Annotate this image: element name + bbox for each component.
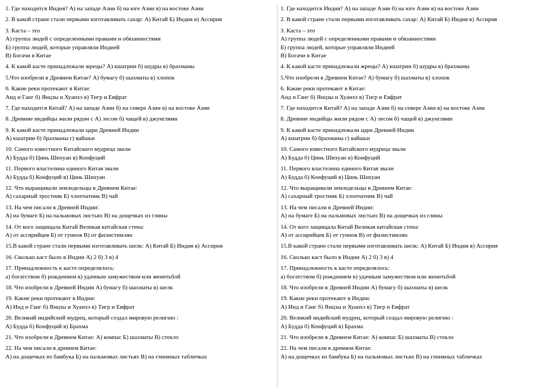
question-6: 6. Какие реки протекают в Китае:Анд и Га… [281,84,549,101]
question-21: 21. Что изобрели в Древнем Китае: А) ком… [281,333,549,341]
question-19-line-0: 19. Какие реки протекают в Индии: [5,294,274,302]
question-17-line-0: 17. Принадлежность к касте определялось: [281,264,549,272]
question-3-line-2: Б) группа людей, которые управляли Индие… [281,43,549,51]
question-9: 9. К какой касте принадлежали цари Древн… [5,126,274,143]
question-21: 21. Что изобрели в Древнем Китае: А) ком… [5,333,274,341]
question-3-line-3: В) Богачи в Китае [281,51,549,59]
question-12-line-0: 12. Что выращивали земледельцы в Древнем… [5,184,274,192]
question-19: 19. Какие реки протекают в Индии:А) Инд … [281,294,549,311]
question-1-line-0: 1. Где находится Индия? А) на западе Ази… [5,4,274,12]
question-11-line-0: 11. Первого властелина единого Китая зва… [5,164,274,172]
question-3-line-3: В) Богачи в Китае [5,51,274,59]
question-8-line-0: 8. Древние индийцы жили рядом с А) лесом… [5,115,274,123]
question-13-line-1: А) на бумаге Б) на пальмовых листьях В) … [5,211,274,220]
question-4-line-0: 4. К какой касте принадлежали жрецы? А) … [281,62,549,70]
question-11-line-0: 11. Первого властелина единого Китая зва… [281,164,549,172]
question-17: 17. Принадлежность к касте определялось:… [281,264,549,281]
question-19-line-0: 19. Какие реки протекают в Индии: [281,294,549,302]
question-3-line-0: 3. Каста – это [5,26,274,35]
question-14-line-0: 14. От кого защищала Китай Великая китай… [281,223,549,231]
question-4-line-0: 4. К какой касте принадлежали жрецы? А) … [5,62,274,70]
question-15-line-0: 15.В какой стране стали первыми изготавл… [5,242,274,250]
question-3-line-0: 3. Каста – это [281,26,549,35]
question-10: 10. Самого известного Китайского мудреца… [281,145,549,162]
question-10-line-0: 10. Самого известного Китайского мудреца… [281,145,549,153]
question-22-line-0: 22. На чем писали в древнем Китае: [281,344,549,352]
question-14-line-0: 14. От кого защищала Китай Великая китай… [5,223,274,231]
question-10-line-1: А) Будда б) Цинь Шихуан в) Конфуций [5,154,274,162]
question-20-line-1: А) Будда б) Конфуций в) Брахма [281,322,549,330]
question-3-line-1: А) группа людей с определенными правами … [281,35,549,43]
question-11-line-1: А) Будда б) Конфуций в) Цинь Шихуан [5,173,274,181]
question-2-line-0: 2. В какой стране стали первыми изготавл… [5,15,274,23]
question-12: 12. Что выращивали земледельцы в Древнем… [5,184,274,201]
question-15: 15.В какой стране стали первыми изготавл… [281,242,549,250]
question-15-line-0: 15.В какой стране стали первыми изготавл… [281,242,549,250]
question-10: 10. Самого известного Китайского мудреца… [5,145,274,162]
page-container: 1. Где находится Индия? А) на западе Ази… [0,0,554,392]
question-7-line-0: 7. Где находится Китай? А) на западе Ази… [281,104,549,112]
question-6: 6. Какие реки протекают в Китае:Анд и Га… [5,84,274,101]
question-7: 7. Где находится Китай? А) на западе Ази… [5,104,274,112]
question-16-line-0: 16. Сколько каст было в Индии А) 2 б) 3 … [281,253,549,261]
question-17-line-1: а) богатством б) рождением в) удачным за… [5,273,274,281]
question-1-line-0: 1. Где находится Индия? А) на западе Ази… [281,4,549,12]
question-2: 2. В какой стране стали первыми изготавл… [5,15,274,23]
question-10-line-0: 10. Самого известного Китайского мудреца… [5,145,274,153]
question-11-line-1: А) Будда б) Конфуций в) Цинь Шихуан [281,173,549,181]
question-16-line-0: 16. Сколько каст было в Индии А) 2 б) 3 … [5,253,274,261]
question-10-line-1: А) Будда б) Цинь Шихуан в) Конфуций [281,154,549,162]
question-22-line-1: А) на дощечках из бамбука Б) на пальмовы… [281,353,549,361]
question-12-line-0: 12. Что выращивали земледельцы в Древнем… [281,184,549,192]
question-6-line-0: 6. Какие реки протекают в Китае: [281,84,549,92]
question-16: 16. Сколько каст было в Индии А) 2 б) 3 … [5,253,274,261]
question-13-line-0: 13. На чем писали в Древней Индии: [281,203,549,211]
question-21-line-0: 21. Что изобрели в Древнем Китае: А) ком… [5,333,274,341]
question-20-line-1: А) Будда б) Конфуций в) Брахма [5,322,274,330]
column-right: 1. Где находится Индия? А) на западе Ази… [278,4,552,388]
question-19-line-1: А) Инд и Ганг б) Янцзы и Хуанхэ в) Тигр … [5,303,274,311]
question-14-line-1: А) от ассирийцев Б) от гуннов В) от фили… [5,231,274,239]
question-20-line-0: 20. Великий индийский мудрец, который со… [281,314,549,322]
question-5: 5.Что изобрели в Древнем Китае? А) бумаг… [281,74,549,82]
question-18-line-0: 18. Что изобрели в Древней Индии А) бума… [281,283,549,291]
question-18: 18. Что изобрели в Древней Индии А) бума… [281,283,549,291]
question-20: 20. Великий индийский мудрец, который со… [5,314,274,330]
question-11: 11. Первого властелина единого Китая зва… [281,164,549,181]
question-19: 19. Какие реки протекают в Индии:А) Инд … [5,294,274,311]
question-22: 22. На чем писали в древнем Китае:А) на … [5,344,274,361]
question-22-line-0: 22. На чем писали в древнем Китае: [5,344,274,352]
question-11: 11. Первого властелина единого Китая зва… [5,164,274,181]
question-8: 8. Древние индийцы жили рядом с А) лесом… [5,115,274,123]
question-5-line-0: 5.Что изобрели в Древнем Китае? А) бумаг… [281,74,549,82]
question-3-line-1: А) группа людей с определенными правами … [5,35,274,43]
question-1: 1. Где находится Индия? А) на западе Ази… [5,4,274,12]
question-15: 15.В какой стране стали первыми изготавл… [5,242,274,250]
question-17: 17. Принадлежность к касте определялось:… [5,264,274,281]
question-13: 13. На чем писали в Древней Индии:А) на … [281,203,549,220]
question-22-line-1: А) на дощечках из бамбука Б) на пальмовы… [5,353,274,361]
question-6-line-1: Анд и Ганг б) Янцзы и Хуанхэ в) Тигр и Е… [281,93,549,101]
question-3-line-2: Б) группа людей, которые управляли Индие… [5,43,274,51]
question-2-line-0: 2. В какой стране стали первыми изготавл… [281,15,549,23]
question-7-line-0: 7. Где находится Китай? А) на западе Ази… [5,104,274,112]
question-9-line-1: А) кшатрии б) брахманы г) вайшьи [5,134,274,142]
question-6-line-0: 6. Какие реки протекают в Китае: [5,84,274,92]
question-13: 13. На чем писали в Древней Индии:А) на … [5,203,274,220]
question-1: 1. Где находится Индия? А) на западе Ази… [281,4,549,12]
question-4: 4. К какой касте принадлежали жрецы? А) … [281,62,549,70]
question-2: 2. В какой стране стали первыми изготавл… [281,15,549,23]
question-12-line-1: А) сахарный тростник Б) хлопчатник В) ча… [281,192,549,200]
question-3: 3. Каста – этоА) группа людей с определе… [5,26,274,60]
question-22: 22. На чем писали в древнем Китае:А) на … [281,344,549,361]
question-13-line-0: 13. На чем писали в Древней Индии: [5,203,274,211]
question-14: 14. От кого защищала Китай Великая китай… [281,223,549,240]
question-9-line-1: А) кшатрии б) брахманы г) вайшьи [281,134,549,142]
question-3: 3. Каста – этоА) группа людей с определе… [281,26,549,60]
question-8: 8. Древние индийцы жили рядом с А) лесом… [281,115,549,123]
question-19-line-1: А) Инд и Ганг б) Янцзы и Хуанхэ в) Тигр … [281,303,549,311]
question-20-line-0: 20. Великий индийский мудрец, который со… [5,314,274,322]
question-9-line-0: 9. К какой касте принадлежали цари Древн… [281,126,549,134]
question-14: 14. От кого защищала Китай Великая китай… [5,223,274,240]
question-20: 20. Великий индийский мудрец, который со… [281,314,549,330]
